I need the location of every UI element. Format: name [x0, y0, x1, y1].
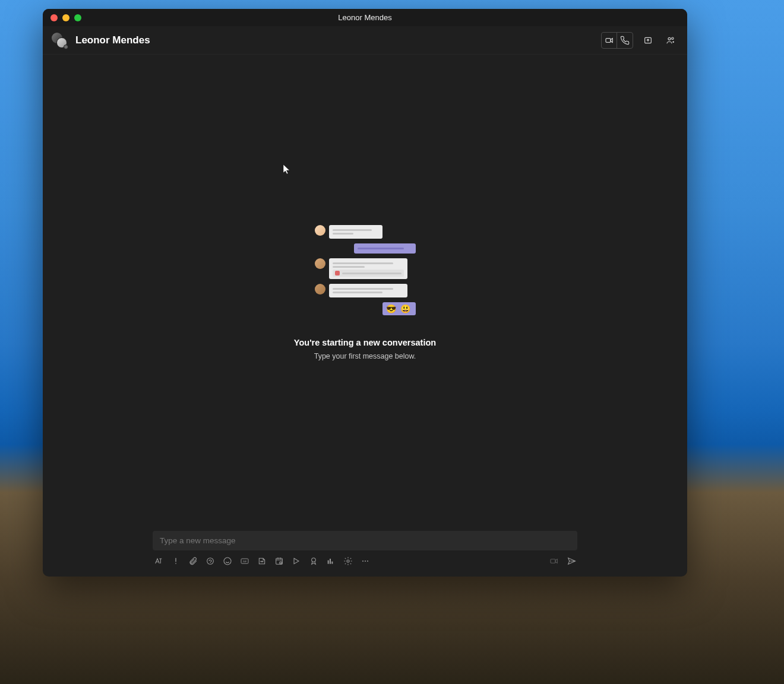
- message-input[interactable]: [153, 531, 577, 550]
- empty-state-headline: You're starting a new conversation: [294, 338, 436, 347]
- screen-share-button[interactable]: [640, 33, 656, 48]
- composer-toolbar: GIF: [153, 556, 577, 566]
- svg-point-16: [347, 560, 349, 562]
- attach-icon[interactable]: [188, 556, 198, 566]
- header-actions: [601, 32, 678, 49]
- svg-rect-14: [330, 559, 331, 564]
- loop-icon[interactable]: [206, 556, 215, 566]
- svg-text:GIF: GIF: [243, 560, 247, 563]
- svg-point-2: [668, 37, 671, 40]
- composer: GIF: [43, 531, 687, 577]
- traffic-lights: [50, 14, 81, 21]
- sticker-icon[interactable]: [257, 556, 267, 566]
- viva-icon[interactable]: [326, 556, 336, 566]
- format-icon[interactable]: [154, 556, 163, 566]
- svg-rect-15: [331, 562, 333, 564]
- minimize-window-button[interactable]: [62, 14, 69, 21]
- send-button[interactable]: [567, 556, 576, 566]
- close-window-button[interactable]: [50, 14, 58, 21]
- titlebar: Leonor Mendes: [43, 9, 687, 26]
- gif-icon[interactable]: GIF: [240, 556, 249, 566]
- svg-point-17: [362, 560, 363, 562]
- chat-header: Leonor Mendes: [43, 26, 687, 55]
- svg-point-8: [261, 561, 261, 562]
- svg-point-12: [312, 558, 316, 562]
- svg-point-4: [207, 558, 214, 565]
- empty-state-subline: Type your first message below.: [314, 352, 416, 360]
- mouse-cursor-icon: [283, 164, 291, 176]
- chat-window: Leonor Mendes Leonor Mendes: [43, 9, 687, 577]
- svg-point-3: [672, 37, 674, 39]
- emoji-icon[interactable]: [223, 556, 232, 566]
- contact-name[interactable]: Leonor Mendes: [75, 34, 150, 46]
- more-icon[interactable]: [361, 556, 370, 566]
- stream-icon[interactable]: [292, 556, 301, 566]
- svg-point-9: [263, 561, 263, 562]
- chat-body: 😎 😃 You're starting a new conversation T…: [43, 55, 687, 531]
- svg-rect-13: [328, 560, 329, 564]
- emoji-bubble: 😎 😃: [382, 302, 416, 315]
- svg-rect-0: [606, 38, 611, 42]
- presence-offline-icon: [64, 45, 68, 49]
- approvals-icon[interactable]: [309, 556, 318, 566]
- svg-rect-20: [551, 559, 555, 563]
- maximize-window-button[interactable]: [74, 14, 81, 21]
- desktop-background: Leonor Mendes Leonor Mendes: [0, 0, 784, 684]
- audio-call-button[interactable]: [617, 33, 633, 48]
- contact-avatar[interactable]: [52, 33, 67, 48]
- empty-state-illustration: 😎 😃: [315, 225, 416, 315]
- video-call-button[interactable]: [602, 33, 617, 48]
- schedule-icon[interactable]: [274, 556, 284, 566]
- priority-icon[interactable]: [171, 556, 181, 566]
- svg-point-18: [365, 560, 366, 562]
- svg-point-19: [367, 560, 368, 562]
- apps-icon[interactable]: [343, 556, 353, 566]
- svg-point-5: [224, 558, 231, 565]
- add-people-button[interactable]: [663, 33, 678, 48]
- window-title: Leonor Mendes: [43, 13, 687, 22]
- video-clip-icon: [549, 556, 559, 566]
